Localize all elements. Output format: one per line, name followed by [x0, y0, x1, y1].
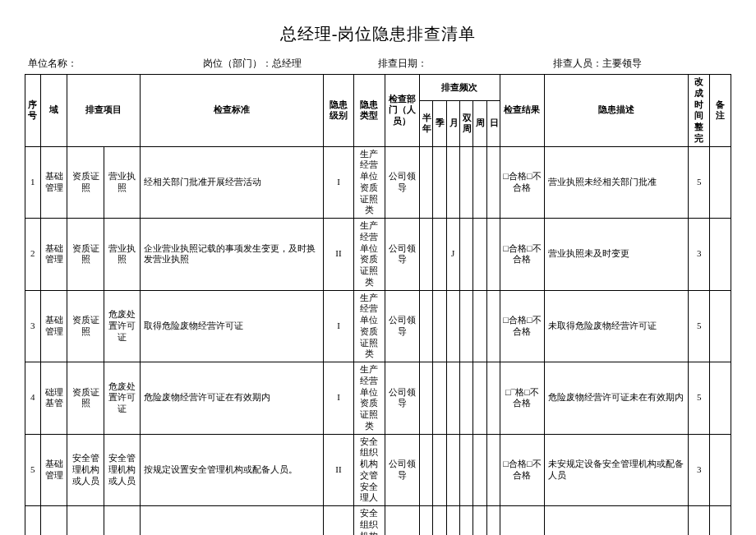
cell-freq-3	[459, 146, 472, 219]
meta-post: 岗位（部门）：总经理	[203, 57, 378, 71]
cell-level: I	[323, 362, 353, 435]
th-freq-1: 季	[433, 101, 446, 147]
cell-seq: 4	[25, 362, 41, 435]
cell-freq-4	[473, 146, 486, 219]
cell-freq-1	[433, 290, 446, 362]
cell-freq-1	[433, 219, 446, 291]
cell-desc: 未以文件形式进行设置安全管理机构或任命安全管理人员	[544, 506, 689, 536]
cell-type: 生产经营单位资质证照类	[354, 362, 385, 435]
cell-seq: 3	[25, 290, 41, 362]
table-body: 1基础管理资质证照营业执照经相关部门批准开展经营活动I生产经营单位资质证照类公司…	[25, 146, 731, 535]
cell-desc: 营业执照未经相关部门批准	[544, 146, 689, 219]
th-freq-2: 月	[446, 101, 459, 147]
th-seq: 序号	[25, 75, 41, 147]
cell-level: II	[323, 506, 353, 536]
cell-item2: 营业执照	[104, 219, 140, 291]
th-cat: 域	[40, 75, 67, 147]
cell-freq-5	[486, 219, 500, 291]
th-freq-4: 周	[473, 101, 486, 147]
cell-freq-5	[486, 434, 500, 506]
th-std: 检查标准	[141, 75, 323, 147]
cell-days: 3	[689, 219, 710, 291]
cell-freq-4	[473, 362, 486, 435]
cell-cat: 基础管理	[40, 290, 67, 362]
cell-dept: 公司领导	[385, 290, 419, 362]
table-row: 4础理基管资质证照危废处置许可证危险废物经营许可证在有效期内I生产经营单位资质证…	[25, 362, 731, 435]
cell-freq-0	[419, 506, 432, 536]
cell-freq-3	[459, 362, 472, 435]
cell-std: 企业营业执照记载的事项发生变更，及时换发营业执照	[141, 219, 323, 291]
table-row: 3基础管理资质证照危废处置许可证取得危险废物经营许可证I生产经营单位资质证照类公…	[25, 290, 731, 362]
cell-std: 按规定设置安全管理机构或配备人员。	[141, 434, 323, 506]
cell-cat: 基础管理	[40, 434, 67, 506]
meta-unit: 单位名称：	[28, 57, 203, 71]
cell-freq-0	[419, 146, 432, 219]
cell-note	[710, 146, 731, 219]
cell-type: 生产经营单位资质证照类	[354, 219, 385, 291]
cell-item1: 资质证照	[67, 362, 104, 435]
cell-item2: 营业执照	[104, 146, 140, 219]
cell-desc: 营业执照未及时变更	[544, 219, 689, 291]
cell-result: □合格□不合格	[500, 506, 545, 536]
cell-desc: 危险废物经营许可证未在有效期内	[544, 362, 689, 435]
cell-seq: 1	[25, 146, 41, 219]
cell-seq: 6	[25, 506, 41, 536]
checklist-table: 序号 域 排查项目 检查标准 隐患级别 隐患类型 检查部门（人员） 排查频次 检…	[25, 74, 731, 535]
cell-days: 3	[689, 434, 710, 506]
cell-item1: 资质证照	[67, 219, 104, 291]
th-days: 改成时间整完	[689, 75, 710, 147]
cell-freq-2	[446, 434, 459, 506]
cell-type: 生产经营单位资质证照类	[354, 146, 385, 219]
cell-std: 以文件形式进行设置安全管理机构或任命安全管理人员。	[141, 506, 323, 536]
cell-seq: 5	[25, 434, 41, 506]
cell-freq-5	[486, 362, 500, 435]
cell-freq-3	[459, 506, 472, 536]
table-row: 5基础管理安全管理机构或人员安全管理机构或人员按规定设置安全管理机构或配备人员。…	[25, 434, 731, 506]
cell-std: 经相关部门批准开展经营活动	[141, 146, 323, 219]
cell-item1: 资质证照	[67, 290, 104, 362]
cell-note	[710, 290, 731, 362]
cell-cat: 基础管理	[40, 146, 67, 219]
cell-freq-1	[433, 362, 446, 435]
cell-freq-1	[433, 146, 446, 219]
cell-result: □合格□不合格	[500, 219, 545, 291]
cell-freq-2: J	[446, 506, 459, 536]
cell-result: □合格□不合格	[500, 434, 545, 506]
cell-freq-1	[433, 506, 446, 536]
cell-item2: 安全管理机构或人员	[104, 506, 140, 536]
th-desc: 隐患描述	[544, 75, 689, 147]
th-freq-0: 半年	[419, 101, 432, 147]
cell-item1: 资质证照	[67, 146, 104, 219]
cell-level: II	[323, 219, 353, 291]
cell-freq-4	[473, 506, 486, 536]
cell-freq-3	[459, 434, 472, 506]
cell-dept: 公司领导	[385, 146, 419, 219]
cell-dept: 公司领导	[385, 434, 419, 506]
th-type: 隐患类型	[354, 75, 385, 147]
meta-person: 排查人员：主要领导	[553, 57, 728, 71]
cell-days: 3	[689, 506, 710, 536]
cell-note	[710, 362, 731, 435]
cell-type: 安全组织机构及安全管理人员配置类	[354, 506, 385, 536]
page-title: 总经理-岗位隐患排查清单	[25, 23, 731, 45]
meta-row: 单位名称： 岗位（部门）：总经理 排查日期： 排查人员：主要领导	[25, 57, 731, 71]
table-row: 1基础管理资质证照营业执照经相关部门批准开展经营活动I生产经营单位资质证照类公司…	[25, 146, 731, 219]
th-freq: 排查频次	[419, 75, 500, 101]
cell-result: □合格□不合格	[500, 290, 545, 362]
cell-freq-4	[473, 290, 486, 362]
meta-date: 排查日期：	[378, 57, 553, 71]
cell-cat: 基础管理	[40, 219, 67, 291]
cell-cat: 础理基管	[40, 362, 67, 435]
th-level: 隐患级别	[323, 75, 353, 147]
cell-dept: 公司领导	[385, 362, 419, 435]
cell-level: I	[323, 290, 353, 362]
cell-freq-0	[419, 362, 432, 435]
cell-type: 生产经营单位资质证照类	[354, 290, 385, 362]
cell-freq-0	[419, 434, 432, 506]
cell-freq-2	[446, 146, 459, 219]
cell-freq-4	[473, 219, 486, 291]
cell-desc: 未安规定设备安全管理机构或配备人员	[544, 434, 689, 506]
cell-note	[710, 434, 731, 506]
cell-seq: 2	[25, 219, 41, 291]
cell-days: 5	[689, 362, 710, 435]
